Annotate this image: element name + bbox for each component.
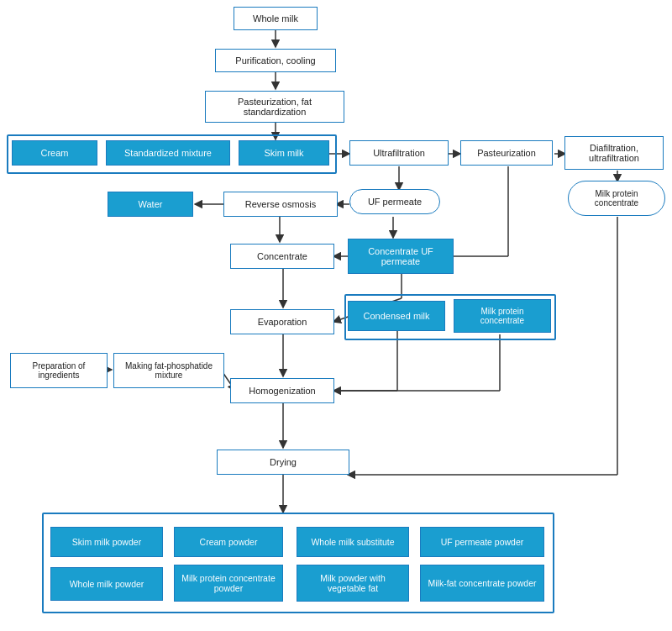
- milk-fat-conc-box: Milk-fat concentrate powder: [420, 565, 544, 602]
- conc-uf-permeate-box: Concentrate UF permeate: [348, 239, 454, 274]
- condensed-milk-box: Condensed milk: [348, 301, 445, 331]
- uf-permeate-box: UF permeate: [349, 189, 440, 214]
- reverse-osmosis-box: Reverse osmosis: [223, 192, 338, 217]
- milk-protein-conc2-box: Milk protein concentrate: [454, 299, 551, 333]
- evaporation-box: Evaporation: [230, 309, 334, 334]
- skim-milk-powder-box: Skim milk powder: [50, 527, 163, 557]
- diafiltration-box: Diafiltration, ultrafiltration: [564, 136, 664, 170]
- prep-ingredients-box: Preparation of ingredients: [10, 353, 108, 388]
- pasteurization-fat-box: Pasteurization, fat standardization: [205, 91, 344, 123]
- homogenization-box: Homogenization: [230, 378, 334, 403]
- concentrate-box: Concentrate: [230, 244, 334, 269]
- whole-milk-powder-box: Whole milk powder: [50, 567, 163, 601]
- whole-milk-sub-box: Whole milk substitute: [297, 527, 409, 557]
- uf-permeate-powder-box: UF permeate powder: [420, 527, 544, 557]
- milk-protein-conc1-box: Milk protein concentrate: [568, 181, 665, 216]
- water-box: Water: [108, 192, 193, 217]
- diagram: Whole milk Purification, cooling Pasteur…: [0, 0, 672, 631]
- cream-powder-box: Cream powder: [174, 527, 283, 557]
- purification-box: Purification, cooling: [215, 49, 336, 72]
- whole-milk-box: Whole milk: [234, 7, 318, 30]
- skim-milk-box: Skim milk: [239, 140, 329, 166]
- cream-box: Cream: [12, 140, 97, 166]
- fat-phosphatide-box: Making fat-phosphatide mixture: [113, 353, 224, 388]
- milk-protein-conc-powder-box: Milk protein concentrate powder: [174, 565, 283, 602]
- pasteurization2-box: Pasteurization: [460, 140, 553, 166]
- milk-powder-veg-box: Milk powder with vegetable fat: [297, 565, 409, 602]
- drying-box: Drying: [217, 450, 349, 475]
- std-mixture-box: Standardized mixture: [106, 140, 230, 166]
- ultrafiltration-box: Ultrafiltration: [349, 140, 449, 166]
